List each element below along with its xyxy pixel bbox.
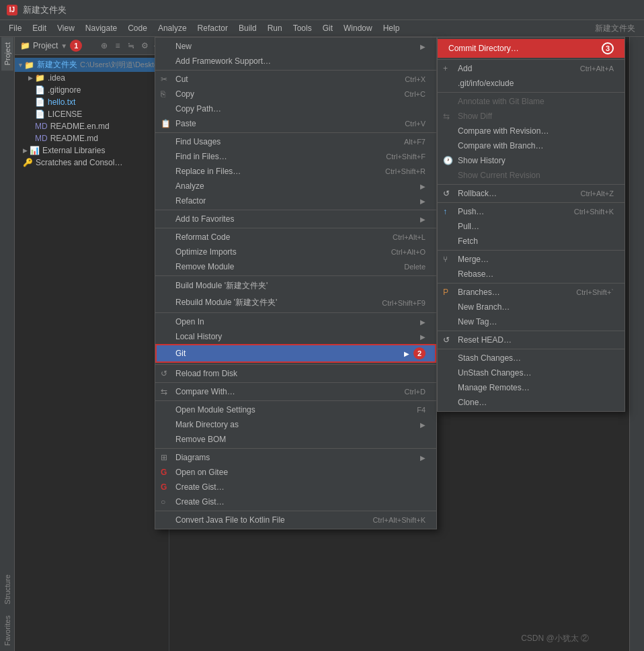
git-show-history[interactable]: 🕐 Show History xyxy=(438,153,625,168)
tree-gitignore[interactable]: 📄 .gitignore xyxy=(15,84,169,96)
menu-build[interactable]: Build xyxy=(233,22,262,34)
ctx-compare-with[interactable]: ⇆ Compare With… Ctrl+D xyxy=(155,384,436,399)
tree-ext-icon: 📊 xyxy=(30,146,40,155)
tree-readme[interactable]: MD README.md xyxy=(15,132,169,144)
menu-help[interactable]: Help xyxy=(378,22,405,34)
tree-scratches-label: Scratches and Consol… xyxy=(36,158,122,167)
history-icon: 🕐 xyxy=(443,156,453,165)
step-badge-2: 2 xyxy=(413,347,426,359)
menu-bar: File Edit View Navigate Code Analyze Ref… xyxy=(0,20,644,37)
ctx-paste[interactable]: 📋 Paste Ctrl+V xyxy=(155,116,436,131)
git-rebase[interactable]: Rebase… xyxy=(438,267,625,281)
tree-gitignore-icon: 📄 xyxy=(35,85,45,95)
cut-icon: ✂ xyxy=(161,75,167,84)
git-new-branch[interactable]: New Branch… xyxy=(438,300,625,314)
git-compare-revision[interactable]: Compare with Revision… xyxy=(438,124,625,138)
ctx-diagrams[interactable]: ⊞ Diagrams ▶ xyxy=(155,450,436,465)
reset-icon: ↺ xyxy=(443,335,450,345)
right-sidebar xyxy=(629,37,644,651)
git-new-tag[interactable]: New Tag… xyxy=(438,314,625,329)
menu-git[interactable]: Git xyxy=(317,22,338,34)
git-commit-dir[interactable]: Commit Directory… 3 xyxy=(438,39,625,58)
ctx-optimize-imports[interactable]: Optimize Imports Ctrl+Alt+O xyxy=(155,245,436,259)
menu-file[interactable]: File xyxy=(3,22,27,34)
git-exclude[interactable]: .git/info/exclude xyxy=(438,76,625,91)
git-merge[interactable]: ⑂ Merge… xyxy=(438,252,625,267)
git-manage-remotes[interactable]: Manage Remotes… xyxy=(438,380,625,395)
git-sep-1 xyxy=(438,59,625,60)
sidebar-tab-favorites[interactable]: Favorites xyxy=(1,610,13,651)
ctx-copy-path[interactable]: Copy Path… xyxy=(155,101,436,116)
menu-view[interactable]: View xyxy=(52,22,80,34)
ctx-refactor[interactable]: Refactor ▶ xyxy=(155,193,436,208)
menu-run[interactable]: Run xyxy=(262,22,288,34)
tree-hello[interactable]: 📄 hello.txt xyxy=(15,96,169,108)
git-pull[interactable]: Pull… xyxy=(438,219,625,234)
panel-title: 📁 Project ▼ 1 xyxy=(20,40,82,52)
ctx-cut[interactable]: ✂ Cut Ctrl+X xyxy=(155,72,436,87)
tree-ext-lib[interactable]: ▶ 📊 External Libraries xyxy=(15,144,169,157)
git-sep-7 xyxy=(438,331,625,331)
tool-btn-sort[interactable]: ≒ xyxy=(126,40,136,51)
sidebar-tab-project[interactable]: Project xyxy=(1,37,13,71)
ctx-mark-directory[interactable]: Mark Directory as ▶ xyxy=(155,417,436,432)
ctx-open-gitee[interactable]: G Open on Gitee xyxy=(155,465,436,480)
git-unstash[interactable]: UnStash Changes… xyxy=(438,365,625,380)
ctx-create-gist-1[interactable]: G Create Gist… xyxy=(155,480,436,494)
git-fetch[interactable]: Fetch xyxy=(438,234,625,249)
ctx-remove-module[interactable]: Remove Module Delete xyxy=(155,259,436,274)
sidebar-tab-structure[interactable]: Structure xyxy=(1,569,13,610)
ctx-add-favorites[interactable]: Add to Favorites ▶ xyxy=(155,212,436,226)
ctx-find-usages[interactable]: Find Usages Alt+F7 xyxy=(155,134,436,149)
menu-refactor[interactable]: Refactor xyxy=(192,22,233,34)
tool-btn-list[interactable]: ≡ xyxy=(112,40,123,51)
tree-readme-en[interactable]: MD README.en.md xyxy=(15,120,169,132)
ctx-find-files[interactable]: Find in Files… Ctrl+Shift+F xyxy=(155,149,436,164)
tree-root[interactable]: ▼ 📁 新建文件夹 C:\Users\刘明道\Desktop\新建文件夹 xyxy=(15,58,169,72)
ctx-reformat[interactable]: Reformat Code Ctrl+Alt+L xyxy=(155,230,436,245)
folder-icon: 📁 xyxy=(20,41,30,50)
ctx-remove-bom[interactable]: Remove BOM xyxy=(155,432,436,447)
git-rollback[interactable]: ↺ Rollback… Ctrl+Alt+Z xyxy=(438,186,625,201)
menu-analyze[interactable]: Analyze xyxy=(153,22,192,34)
git-reset-head[interactable]: ↺ Reset HEAD… xyxy=(438,333,625,347)
menu-window[interactable]: Window xyxy=(338,22,378,34)
ctx-sep-8 xyxy=(155,382,436,383)
ctx-open-module-settings[interactable]: Open Module Settings F4 xyxy=(155,402,436,417)
git-push[interactable]: ↑ Push… Ctrl+Shift+K xyxy=(438,204,625,219)
ctx-add-framework[interactable]: Add Framework Support… xyxy=(155,54,436,69)
git-add[interactable]: + Add Ctrl+Alt+A xyxy=(438,61,625,76)
tool-btn-add[interactable]: ⊕ xyxy=(99,40,110,51)
git-clone[interactable]: Clone… xyxy=(438,395,625,410)
tree-idea[interactable]: ▶ 📁 .idea xyxy=(15,72,169,84)
menu-edit[interactable]: Edit xyxy=(27,22,52,34)
ctx-local-history[interactable]: Local History ▶ xyxy=(155,329,436,344)
ctx-new[interactable]: New ▶ xyxy=(155,39,436,54)
git-branches[interactable]: P Branches… Ctrl+Shift+` xyxy=(438,285,625,300)
ctx-replace-files[interactable]: Replace in Files… Ctrl+Shift+R xyxy=(155,164,436,179)
tree-license[interactable]: 📄 LICENSE xyxy=(15,108,169,120)
ctx-convert-kotlin[interactable]: Convert Java File to Kotlin File Ctrl+Al… xyxy=(155,513,436,527)
git-compare-branch[interactable]: Compare with Branch… xyxy=(438,138,625,153)
ctx-build-module[interactable]: Build Module '新建文件夹' xyxy=(155,277,436,294)
ctx-copy[interactable]: ⎘ Copy Ctrl+C xyxy=(155,87,436,101)
ctx-create-gist-2[interactable]: ○ Create Gist… xyxy=(155,494,436,509)
git-stash[interactable]: Stash Changes… xyxy=(438,351,625,365)
ctx-reload-disk[interactable]: ↺ Reload from Disk xyxy=(155,366,436,381)
tree-readme-en-label: README.en.md xyxy=(50,122,110,131)
menu-navigate[interactable]: Navigate xyxy=(80,22,122,34)
tree-idea-label: .idea xyxy=(48,73,65,83)
tree-scratches[interactable]: 🔑 Scratches and Consol… xyxy=(15,157,169,169)
ctx-git[interactable]: Git ▶ 2 xyxy=(155,344,436,363)
tree-root-icon: 📁 xyxy=(24,60,34,70)
menu-code[interactable]: Code xyxy=(122,22,153,34)
ctx-open-in[interactable]: Open In ▶ xyxy=(155,314,436,329)
git-sep-2 xyxy=(438,92,625,93)
dropdown-arrow[interactable]: ▼ xyxy=(61,42,67,50)
watermark: CSDN @小犹太 ② xyxy=(521,633,589,644)
ctx-rebuild-module[interactable]: Rebuild Module '新建文件夹' Ctrl+Shift+F9 xyxy=(155,294,436,311)
tool-btn-settings[interactable]: ⚙ xyxy=(139,40,150,51)
ctx-analyze[interactable]: Analyze ▶ xyxy=(155,179,436,193)
step-badge-1: 1 xyxy=(70,40,82,52)
menu-tools[interactable]: Tools xyxy=(288,22,317,34)
